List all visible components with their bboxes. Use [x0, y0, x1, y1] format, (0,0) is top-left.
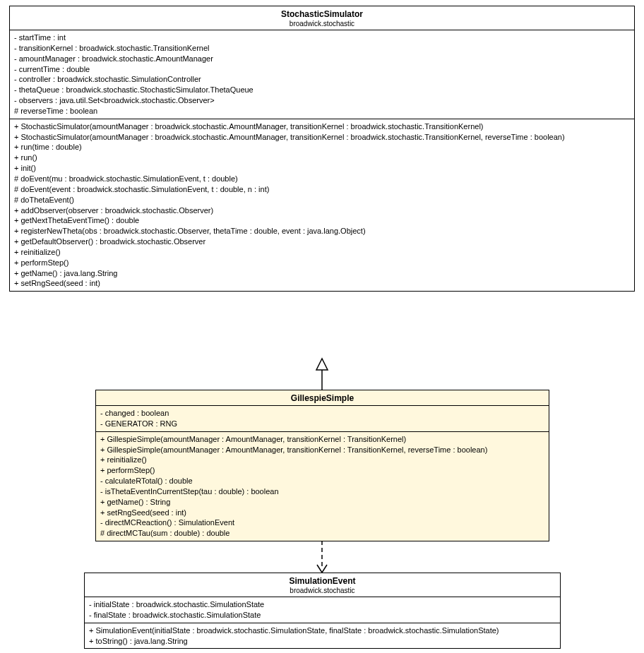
- class-header: SimulationEvent broadwick.stochastic: [85, 573, 560, 597]
- dependency-arrowhead-icon: [322, 565, 327, 573]
- member-row: - initialState : broadwick.stochastic.Si…: [89, 599, 556, 610]
- attributes-section: - initialState : broadwick.stochastic.Si…: [85, 597, 560, 623]
- class-stochastic-simulator: StochasticSimulator broadwick.stochastic…: [9, 6, 635, 292]
- member-row: - transitionKernel : broadwick.stochasti…: [14, 43, 630, 54]
- class-name: StochasticSimulator: [14, 9, 630, 19]
- class-name: SimulationEvent: [89, 576, 556, 586]
- dependency-arrowhead-icon: [317, 565, 322, 573]
- member-row: - observers : java.util.Set<broadwick.st…: [14, 95, 630, 106]
- class-gillespie-simple: GillespieSimple - changed : boolean- GEN…: [95, 390, 549, 541]
- member-row: + addObserver(observer : broadwick.stoch…: [14, 205, 630, 216]
- member-row: # doThetaEvent(): [14, 195, 630, 205]
- member-row: - amountManager : broadwick.stochastic.A…: [14, 54, 630, 64]
- class-simulation-event: SimulationEvent broadwick.stochastic - i…: [84, 573, 561, 649]
- member-row: # doEvent(mu : broadwick.stochastic.Simu…: [14, 174, 630, 184]
- attributes-section: - startTime : int- transitionKernel : br…: [10, 30, 634, 119]
- generalization-arrowhead-icon: [316, 359, 328, 370]
- member-row: # reverseTime : boolean: [14, 106, 630, 116]
- member-row: + toString() : java.lang.String: [89, 636, 556, 647]
- class-name: GillespieSimple: [100, 393, 544, 403]
- class-header: StochasticSimulator broadwick.stochastic: [10, 6, 634, 30]
- member-row: + setRngSeed(seed : int): [100, 508, 544, 518]
- member-row: # directMCTau(sum : double) : double: [100, 528, 544, 539]
- member-row: + reinitialize(): [14, 247, 630, 258]
- member-row: + SimulationEvent(initialState : broadwi…: [89, 625, 556, 636]
- member-row: + performStep(): [100, 465, 544, 476]
- member-row: + GillespieSimple(amountManager : Amount…: [100, 434, 544, 445]
- member-row: + setRngSeed(seed : int): [14, 278, 630, 289]
- member-row: + StochasticSimulator(amountManager : br…: [14, 121, 630, 132]
- member-row: # doEvent(event : broadwick.stochastic.S…: [14, 184, 630, 195]
- member-row: - isThetaEventInCurrentStep(tau : double…: [100, 486, 544, 497]
- member-row: - finalState : broadwick.stochastic.Simu…: [89, 610, 556, 621]
- class-package: broadwick.stochastic: [14, 20, 630, 28]
- member-row: - GENERATOR : RNG: [100, 419, 544, 429]
- member-row: + getName() : java.lang.String: [14, 268, 630, 279]
- class-package: broadwick.stochastic: [89, 587, 556, 594]
- member-row: - startTime : int: [14, 32, 630, 43]
- member-row: + init(): [14, 163, 630, 174]
- member-row: + getNextThetaEventTime() : double: [14, 215, 630, 226]
- class-header: GillespieSimple: [96, 390, 549, 406]
- member-row: - currentTime : double: [14, 64, 630, 75]
- attributes-section: - changed : boolean- GENERATOR : RNG: [96, 406, 549, 432]
- member-row: - controller : broadwick.stochastic.Simu…: [14, 74, 630, 85]
- member-row: + GillespieSimple(amountManager : Amount…: [100, 445, 544, 455]
- methods-section: + StochasticSimulator(amountManager : br…: [10, 119, 634, 292]
- member-row: + getDefaultObserver() : broadwick.stoch…: [14, 236, 630, 247]
- methods-section: + SimulationEvent(initialState : broadwi…: [85, 623, 560, 649]
- member-row: - directMCReaction() : SimulationEvent: [100, 517, 544, 528]
- member-row: - changed : boolean: [100, 408, 544, 419]
- member-row: - calculateRTotal() : double: [100, 476, 544, 486]
- member-row: + run(): [14, 152, 630, 163]
- member-row: + StochasticSimulator(amountManager : br…: [14, 132, 630, 143]
- member-row: + getName() : String: [100, 497, 544, 508]
- member-row: - thetaQueue : broadwick.stochastic.Stoc…: [14, 85, 630, 95]
- member-row: + performStep(): [14, 258, 630, 268]
- methods-section: + GillespieSimple(amountManager : Amount…: [96, 432, 549, 541]
- member-row: + registerNewTheta(obs : broadwick.stoch…: [14, 226, 630, 236]
- member-row: + reinitialize(): [100, 455, 544, 465]
- member-row: + run(time : double): [14, 142, 630, 152]
